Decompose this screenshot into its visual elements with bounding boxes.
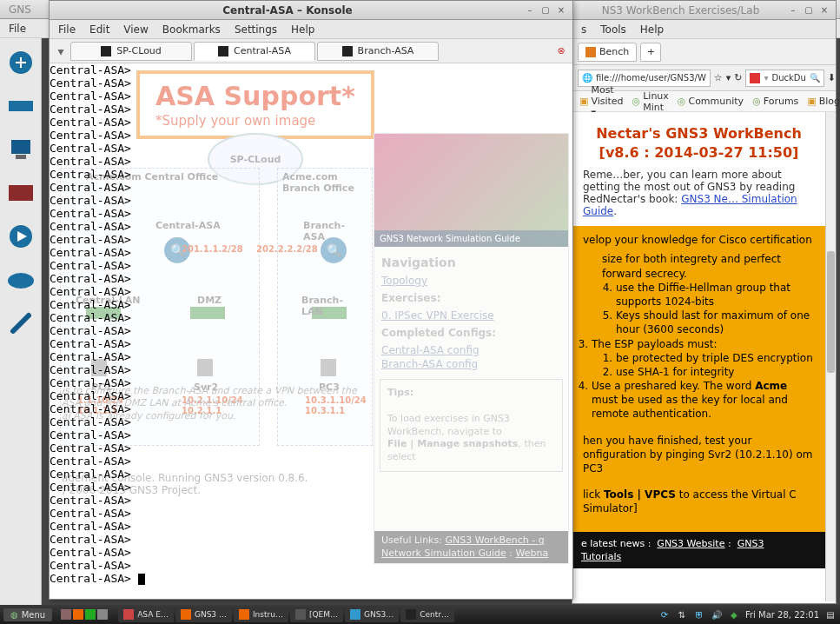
mint-logo-icon: ◍ bbox=[10, 610, 18, 620]
bookmark-blog[interactable]: ▣Blog bbox=[807, 96, 840, 107]
new-tab-button[interactable]: + bbox=[640, 43, 661, 62]
bookmark-forums[interactable]: ◎Forums bbox=[752, 96, 798, 107]
exercise-0-link[interactable]: 0. IPSec VPN Exercise bbox=[381, 309, 561, 322]
firefox-launcher-icon[interactable] bbox=[73, 609, 83, 620]
close-tab-button[interactable]: ⊗ bbox=[553, 45, 569, 56]
minimize-icon[interactable]: – bbox=[787, 4, 799, 17]
terminal-launcher-icon[interactable] bbox=[85, 609, 96, 620]
maximize-icon[interactable]: ▢ bbox=[539, 4, 552, 17]
search-box[interactable]: ▾ DuckDu 🔍 bbox=[745, 70, 823, 87]
pc-tool-icon[interactable] bbox=[5, 134, 36, 165]
tray-menu-icon[interactable]: ▤ bbox=[824, 608, 837, 621]
central-asa-config-link[interactable]: Central-ASA config bbox=[381, 344, 561, 356]
tab-sp-cloud[interactable]: SP-CLoud bbox=[70, 42, 192, 61]
scrollbar-thumb[interactable] bbox=[827, 251, 835, 373]
cloud-tool-icon[interactable] bbox=[5, 264, 36, 295]
browser-menu-help[interactable]: Help bbox=[640, 23, 664, 36]
play-tool-icon[interactable] bbox=[5, 221, 36, 252]
tab-branch-asa[interactable]: Branch-ASA bbox=[317, 42, 439, 61]
user-icon[interactable]: ◆ bbox=[728, 608, 740, 621]
bookmark-linux-mint[interactable]: ◎Linux Mint bbox=[632, 90, 669, 113]
taskbar-item[interactable]: ASA E… bbox=[118, 607, 174, 622]
useful-link-3[interactable]: Webna bbox=[516, 548, 549, 559]
footer-pre: e latest news bbox=[581, 538, 645, 549]
task-label: GNS3… bbox=[364, 610, 394, 619]
start-menu-button[interactable]: ◍ Menu bbox=[3, 608, 52, 621]
asa-support-callout: ASA Support* *Supply your own image bbox=[136, 70, 374, 139]
maximize-icon[interactable]: ▢ bbox=[803, 4, 815, 17]
menu-file[interactable]: File bbox=[58, 23, 76, 36]
terminal-icon bbox=[101, 46, 111, 56]
tab-central-asa[interactable]: Central-ASA bbox=[194, 42, 315, 61]
li-esp-sha1: use SHA-1 for integrity bbox=[616, 365, 815, 379]
network-icon[interactable]: ⇅ bbox=[676, 608, 688, 621]
taskbar-item[interactable]: [QEM… bbox=[290, 607, 343, 622]
newtab-dropdown[interactable]: ▾ bbox=[53, 44, 69, 58]
volume-icon[interactable]: 🔊 bbox=[711, 608, 723, 621]
update-icon[interactable]: ⟳ bbox=[658, 608, 671, 621]
bookmark-label: Linux Mint bbox=[643, 90, 669, 113]
menu-help[interactable]: Help bbox=[291, 23, 314, 36]
firewall-tool-icon[interactable] bbox=[5, 177, 36, 209]
tips-box: Tips: To load exercises in GNS3 WorkBenc… bbox=[380, 379, 563, 472]
gns3-link[interactable]: GNS3 bbox=[737, 538, 764, 549]
gns3-website-link[interactable]: GNS3 Website bbox=[657, 538, 724, 549]
show-desktop-icon[interactable] bbox=[61, 609, 71, 620]
bookmarks-bar: ▣Most Visited ▾ ◎Linux Mint ◎Community ◎… bbox=[572, 91, 836, 112]
menu-bookmarks[interactable]: Bookmarks bbox=[162, 23, 221, 36]
folder-icon: ▣ bbox=[579, 96, 588, 107]
menu-settings[interactable]: Settings bbox=[235, 23, 277, 36]
dropdown-icon[interactable]: ▾ bbox=[726, 72, 731, 84]
task-label: ASA E… bbox=[137, 610, 169, 619]
useful-link-2[interactable]: Network Simulation Guide bbox=[381, 548, 506, 559]
bookmark-star-icon[interactable]: ☆ bbox=[714, 72, 723, 84]
shield-icon[interactable]: ⛨ bbox=[693, 608, 705, 621]
tab-label: Central-ASA bbox=[234, 45, 291, 56]
menu-view[interactable]: View bbox=[123, 23, 148, 36]
branch-asa-config-link[interactable]: Branch-ASA config bbox=[381, 358, 561, 370]
link-tool-icon[interactable] bbox=[5, 308, 36, 339]
minimize-icon[interactable]: – bbox=[524, 4, 536, 17]
bookmark-community[interactable]: ◎Community bbox=[678, 96, 744, 107]
topology-link[interactable]: Topology bbox=[381, 275, 561, 287]
close-icon[interactable]: × bbox=[818, 4, 830, 17]
bg-menu-file[interactable]: File bbox=[9, 23, 26, 35]
browser-page: Nectar's GNS3 WorkBench [v8.6 : 2014-03-… bbox=[572, 112, 836, 601]
dmz-label: DMZ bbox=[197, 295, 222, 306]
switch-tool-icon[interactable] bbox=[5, 90, 36, 122]
search-icon[interactable]: 🔍 bbox=[810, 73, 820, 83]
svg-rect-2 bbox=[11, 140, 30, 154]
terminal-output: Central-ASA>Central-ASA>Central-ASA>Cent… bbox=[50, 63, 145, 585]
vertical-scrollbar[interactable] bbox=[825, 112, 836, 601]
router-tool-icon[interactable] bbox=[5, 47, 36, 78]
url-text: file:///home/user/GNS3/W bbox=[596, 73, 706, 83]
files-launcher-icon[interactable] bbox=[97, 609, 108, 620]
useful-link-1[interactable]: GNS3 WorkBench - g bbox=[445, 534, 544, 546]
plus-icon: + bbox=[647, 46, 655, 57]
taskbar-item[interactable]: GNS3 … bbox=[175, 607, 232, 622]
taskbar-item[interactable]: GNS3… bbox=[345, 607, 399, 622]
clock[interactable]: Fri Mar 28, 22:01 bbox=[745, 610, 819, 620]
browser-tab[interactable]: Bench bbox=[578, 43, 637, 62]
taskbar-item[interactable]: Instru… bbox=[234, 607, 288, 622]
ip1-label: 201.1.1.2/28 bbox=[182, 244, 243, 254]
download-icon[interactable]: ⬇ bbox=[828, 72, 836, 84]
branch-asa-node: 🔍 bbox=[321, 237, 347, 263]
mint-icon: ◎ bbox=[632, 96, 641, 107]
taskbar-item[interactable]: Centr… bbox=[400, 607, 454, 622]
browser-menu-stub[interactable]: s bbox=[581, 23, 586, 36]
konsole-titlebar[interactable]: Central-ASA – Konsole – ▢ × bbox=[50, 1, 572, 20]
blog-icon: ▣ bbox=[807, 96, 816, 107]
pc3-node bbox=[321, 359, 336, 378]
menu-edit[interactable]: Edit bbox=[89, 23, 109, 36]
close-icon[interactable]: × bbox=[555, 4, 567, 17]
terminal-area[interactable]: ASA Support* *Supply your own image SP-C… bbox=[50, 63, 572, 599]
li-size: size for both integrety and perfect forw… bbox=[602, 253, 781, 279]
li-diffie-hellman: use the Diffie-Hellman group that suppor… bbox=[616, 281, 815, 309]
browser-titlebar[interactable]: NS3 WorkBench Exercises/Lab – ▢ × bbox=[572, 1, 836, 20]
tutorials-link[interactable]: Tutorials bbox=[581, 551, 621, 562]
tips-body2: File | Manage snapshots bbox=[387, 438, 518, 449]
browser-menu-tools[interactable]: Tools bbox=[600, 23, 626, 36]
firefox-window: NS3 WorkBench Exercises/Lab – ▢ × s Tool… bbox=[572, 0, 837, 604]
reload-icon[interactable]: ↻ bbox=[734, 72, 742, 84]
